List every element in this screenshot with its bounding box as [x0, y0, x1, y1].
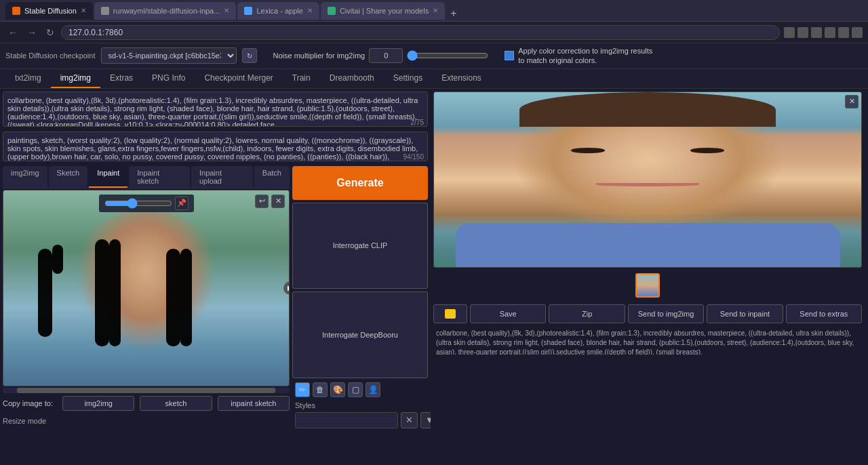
browser-icon-3[interactable] [811, 27, 822, 38]
noise-slider[interactable] [407, 50, 488, 61]
browser-tab-git[interactable]: runwayml/stable-diffusion-inpa... ✕ [94, 2, 237, 20]
styles-input[interactable] [295, 412, 398, 428]
favicon-sd [12, 7, 20, 15]
brush-pin-button[interactable]: 📌 [175, 197, 189, 210]
canvas-scroll[interactable] [3, 388, 290, 393]
generate-button[interactable]: Generate [292, 166, 428, 200]
mode-tab-inpaint-upload[interactable]: Inpaint upload [191, 166, 253, 188]
tab-checkpoint-merger[interactable]: Checkpoint Merger [195, 69, 282, 88]
close-tab-sd[interactable]: ✕ [81, 7, 86, 14]
mode-tab-batch[interactable]: Batch [254, 166, 290, 188]
browser-chrome: Stable Diffusion ✕ runwayml/stable-diffu… [0, 0, 868, 22]
tab-extras[interactable]: Extras [100, 69, 142, 88]
noise-input[interactable] [369, 48, 403, 63]
face-shape [60, 209, 232, 365]
canvas-background [3, 190, 289, 386]
browser-icon-2[interactable] [797, 27, 808, 38]
thumbnail-row [433, 270, 862, 300]
mode-tab-inpaint-sketch[interactable]: Inpaint sketch [129, 166, 190, 188]
style-icon-trash[interactable]: 🗑 [313, 382, 328, 397]
resize-mode-row: Resize mode [3, 413, 290, 428]
browser-icon-1[interactable] [784, 27, 795, 38]
open-folder-button[interactable] [433, 304, 467, 323]
positive-prompt-input[interactable]: collarbone, (best quality),(8k, 3d),(pho… [3, 92, 428, 127]
copy-to-inpaint-sketch-button[interactable]: inpaint sketch [218, 396, 290, 411]
refresh-button[interactable]: ↻ [43, 26, 57, 39]
browser-icon-5[interactable] [838, 27, 849, 38]
right-panel: ✕ Save Zip Send to img2img Send to inpai… [431, 89, 865, 465]
save-button[interactable]: Save [470, 304, 546, 323]
address-bar-row: ← → ↻ [0, 22, 868, 43]
new-tab-button[interactable]: + [446, 7, 460, 20]
left-panel: collarbone, (best quality),(8k, 3d),(pho… [0, 89, 431, 465]
checkpoint-select[interactable]: sd-v1-5-inpainting.ckpt [c6bbc15e32] [101, 47, 237, 64]
tab-img2img[interactable]: img2img [51, 69, 100, 88]
send-to-extras-button[interactable]: Send to extras [786, 304, 862, 323]
tab-label-civ: Civitai | Share your models [340, 7, 429, 15]
positive-token-count: 2/75 [411, 119, 424, 126]
checkpoint-refresh-button[interactable]: ↻ [242, 48, 257, 63]
tab-extensions[interactable]: Extensions [432, 69, 491, 88]
send-to-img2img-button[interactable]: Send to img2img [628, 304, 704, 323]
canvas-clear-button[interactable]: ✕ [271, 195, 285, 208]
canvas-undo-button[interactable]: ↩ [255, 195, 269, 208]
right-generate-panel: Generate Interrogate CLIP Interrogate De… [292, 166, 428, 428]
output-close-button[interactable]: ✕ [845, 95, 859, 108]
close-tab-git[interactable]: ✕ [224, 7, 229, 14]
browser-tab-civ[interactable]: Civitai | Share your models ✕ [321, 2, 445, 20]
right-panel-inner: ✕ Save Zip Send to img2img Send to inpai… [431, 89, 865, 465]
browser-icon-6[interactable] [852, 27, 863, 38]
output-image-container: ✕ [433, 92, 862, 268]
send-to-inpaint-button[interactable]: Send to inpaint [707, 304, 783, 323]
color-correction-checkbox[interactable] [505, 51, 514, 60]
noise-section: Noise multiplier for img2img [273, 48, 489, 63]
mode-and-canvas: img2img Sketch Inpaint Inpaint sketch In… [3, 166, 290, 428]
copy-to-sketch-button[interactable]: sketch [140, 396, 212, 411]
output-hair [519, 92, 776, 127]
color-correction: Apply color correction to img2img result… [505, 46, 654, 66]
tab-settings[interactable]: Settings [384, 69, 432, 88]
canvas-toolbar: ↩ ✕ [255, 195, 285, 208]
interrogate-deepbooru-button[interactable]: Interrogate DeepBooru [292, 291, 428, 378]
tab-train[interactable]: Train [283, 69, 320, 88]
output-thumbnail-1[interactable] [635, 273, 660, 298]
browser-tab-sd[interactable]: Stable Diffusion ✕ [5, 2, 93, 20]
mode-tab-img2img[interactable]: img2img [3, 166, 47, 188]
negative-token-count: 94/150 [403, 153, 424, 161]
zip-button[interactable]: Zip [549, 304, 625, 323]
brush-stroke-1 [38, 249, 52, 337]
close-tab-civ[interactable]: ✕ [433, 7, 438, 14]
brush-size-slider[interactable] [104, 198, 172, 209]
style-icon-pencil[interactable]: ✏ [295, 382, 310, 397]
styles-label: Styles [292, 401, 428, 409]
style-icon-square[interactable]: ▢ [348, 382, 363, 397]
mode-tab-sketch[interactable]: Sketch [49, 166, 88, 188]
back-button[interactable]: ← [5, 26, 20, 39]
negative-prompt-input[interactable]: paintings, sketch, (worst quality:2), (l… [3, 132, 428, 161]
brush-stroke-6 [180, 249, 192, 346]
tab-label-git: runwayml/stable-diffusion-inpa... [113, 7, 220, 15]
canvas-scroll-thumb [17, 388, 275, 393]
address-input[interactable] [61, 25, 780, 40]
favicon-civ [328, 7, 336, 15]
negative-prompt-area: paintings, sketch, (worst quality:2), (l… [3, 132, 428, 163]
interrogate-clip-button[interactable]: Interrogate CLIP [292, 203, 428, 289]
tab-dreambooth[interactable]: Dreambooth [320, 69, 384, 88]
copy-to-img2img-button[interactable]: img2img [62, 396, 134, 411]
styles-add-button[interactable]: ▼ [420, 412, 431, 428]
tab-txt2img[interactable]: txt2img [5, 69, 51, 88]
browser-icon-4[interactable] [825, 27, 835, 38]
color-correction-label: Apply color correction to img2img result… [518, 46, 654, 66]
styles-input-row: ✕ ▼ [292, 412, 428, 428]
style-icon-palette[interactable]: 🎨 [330, 382, 345, 397]
brush-stroke-2 [52, 245, 64, 274]
favicon-git [101, 7, 109, 15]
style-icon-person[interactable]: 👤 [366, 382, 380, 397]
tab-png-info[interactable]: PNG Info [142, 69, 195, 88]
forward-button[interactable]: → [24, 26, 39, 39]
browser-tab-lex[interactable]: Lexica - apple ✕ [237, 2, 319, 20]
mode-tab-inpaint[interactable]: Inpaint [89, 166, 127, 188]
close-tab-lex[interactable]: ✕ [307, 7, 313, 14]
canvas-container[interactable]: ↩ ✕ 📌 ▶ [3, 190, 290, 386]
styles-clear-button[interactable]: ✕ [401, 412, 418, 428]
